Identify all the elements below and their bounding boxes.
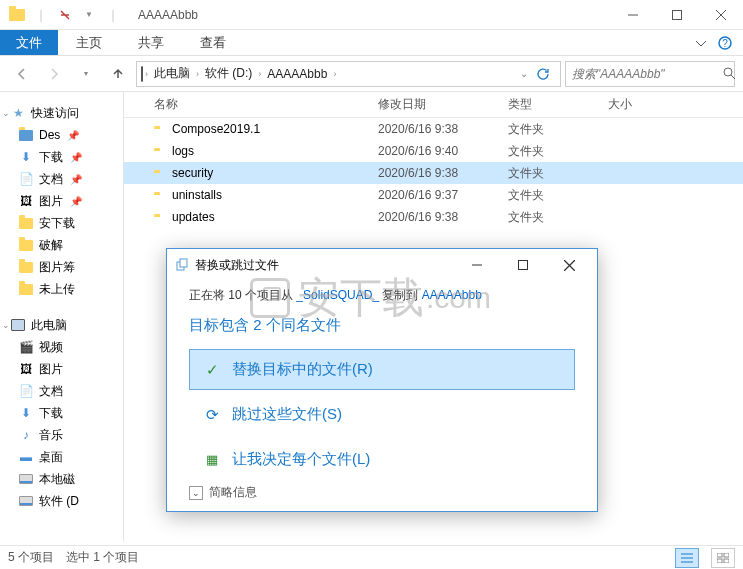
sidebar-item[interactable]: 破解 — [0, 234, 123, 256]
pc-icon — [10, 317, 26, 333]
tab-share[interactable]: 共享 — [120, 30, 182, 55]
dialog-minimize-button[interactable] — [457, 251, 497, 279]
sidebar-item[interactable]: ▬桌面 — [0, 446, 123, 468]
folder-icon — [18, 127, 34, 143]
file-tab[interactable]: 文件 — [0, 30, 58, 55]
close-button[interactable] — [699, 0, 743, 30]
breadcrumb-item[interactable]: AAAAAbbb — [263, 67, 331, 81]
svg-rect-7 — [724, 559, 729, 563]
forward-button[interactable] — [40, 60, 68, 88]
dialog-title: 替换或跳过文件 — [195, 257, 279, 274]
folder-icon — [18, 237, 34, 253]
pin-icon: 📌 — [70, 174, 82, 185]
column-type[interactable]: 类型 — [508, 96, 608, 113]
folder-icon — [18, 259, 34, 275]
title-bar: | ▼ | AAAAAbbb — [0, 0, 743, 30]
chevron-right-icon[interactable]: › — [258, 69, 261, 79]
column-date[interactable]: 修改日期 — [378, 96, 508, 113]
sidebar-this-pc[interactable]: ⌄ 此电脑 — [0, 314, 123, 336]
download-icon: ⬇ — [18, 405, 34, 421]
sidebar-item[interactable]: 未上传 — [0, 278, 123, 300]
drive-icon — [18, 471, 34, 487]
chevron-down-icon[interactable]: ⌄ — [2, 320, 10, 330]
pc-icon — [141, 67, 143, 81]
column-name[interactable]: 名称 — [154, 96, 378, 113]
file-row[interactable]: uninstalls2020/6/16 9:37文件夹 — [124, 184, 743, 206]
search-input[interactable] — [572, 67, 723, 81]
svg-rect-6 — [717, 559, 722, 563]
file-name: updates — [172, 210, 378, 224]
qat-dropdown-icon[interactable]: ▼ — [78, 4, 100, 26]
sidebar-item[interactable]: 软件 (D — [0, 490, 123, 512]
decide-option[interactable]: ▦ 让我决定每个文件(L) — [189, 439, 575, 480]
recent-dropdown-icon[interactable]: ▾ — [72, 60, 100, 88]
tab-view[interactable]: 查看 — [182, 30, 244, 55]
selected-count: 选中 1 个项目 — [66, 549, 139, 566]
file-date: 2020/6/16 9:40 — [378, 144, 508, 158]
dest-link[interactable]: AAAAAbbb — [422, 288, 482, 302]
music-icon: ♪ — [18, 427, 34, 443]
svg-rect-5 — [724, 553, 729, 557]
svg-point-3 — [724, 68, 732, 76]
search-box[interactable] — [565, 61, 735, 87]
chevron-right-icon[interactable]: › — [196, 69, 199, 79]
dialog-maximize-button[interactable] — [503, 251, 543, 279]
sidebar-item[interactable]: 安下载 — [0, 212, 123, 234]
folder-icon — [18, 281, 34, 297]
divider-icon: | — [30, 4, 52, 26]
sidebar-item-label: 此电脑 — [31, 317, 67, 334]
chevron-right-icon[interactable]: › — [145, 69, 148, 79]
icons-view-button[interactable] — [711, 548, 735, 568]
file-row[interactable]: Compose2019.12020/6/16 9:38文件夹 — [124, 118, 743, 140]
dialog-close-button[interactable] — [549, 251, 589, 279]
pin-icon: 📌 — [67, 130, 79, 141]
properties-icon[interactable] — [54, 4, 76, 26]
breadcrumb-item[interactable]: 软件 (D:) — [201, 65, 256, 82]
replace-option[interactable]: ✓ 替换目标中的文件(R) — [189, 349, 575, 390]
sidebar-item[interactable]: Des📌 — [0, 124, 123, 146]
check-icon: ✓ — [202, 361, 222, 379]
sidebar-item[interactable]: 本地磁 — [0, 468, 123, 490]
copy-progress-text: 正在将 10 个项目从 _SolidSQUAD_ 复制到 AAAAAbbb — [189, 287, 575, 304]
sidebar-item[interactable]: 📄文档📌 — [0, 168, 123, 190]
file-row[interactable]: logs2020/6/16 9:40文件夹 — [124, 140, 743, 162]
skip-option[interactable]: ⟳ 跳过这些文件(S) — [189, 394, 575, 435]
file-row[interactable]: security2020/6/16 9:38文件夹 — [124, 162, 743, 184]
folder-icon — [6, 4, 28, 26]
maximize-button[interactable] — [655, 0, 699, 30]
sidebar-item[interactable]: 🖼图片📌 — [0, 190, 123, 212]
sidebar-item[interactable]: 📄文档 — [0, 380, 123, 402]
help-icon[interactable]: ? — [713, 30, 737, 55]
file-type: 文件夹 — [508, 209, 608, 226]
chevron-right-icon[interactable]: › — [333, 69, 336, 79]
file-type: 文件夹 — [508, 143, 608, 160]
sidebar-quick-access[interactable]: ⌄ ★ 快速访问 — [0, 102, 123, 124]
expand-ribbon-icon[interactable] — [689, 30, 713, 55]
file-date: 2020/6/16 9:37 — [378, 188, 508, 202]
file-date: 2020/6/16 9:38 — [378, 166, 508, 180]
column-size[interactable]: 大小 — [608, 96, 698, 113]
breadcrumb[interactable]: › 此电脑 › 软件 (D:) › AAAAAbbb › ⌄ — [136, 61, 561, 87]
chevron-down-icon[interactable]: ⌄ — [2, 108, 10, 118]
file-row[interactable]: updates2020/6/16 9:38文件夹 — [124, 206, 743, 228]
sidebar-item[interactable]: 🎬视频 — [0, 336, 123, 358]
dialog-details-toggle[interactable]: ⌄ 简略信息 — [189, 484, 257, 501]
file-type: 文件夹 — [508, 187, 608, 204]
history-dropdown-icon[interactable]: ⌄ — [520, 68, 528, 79]
refresh-icon[interactable] — [530, 67, 556, 81]
sidebar-item[interactable]: ♪音乐 — [0, 424, 123, 446]
search-icon[interactable] — [723, 67, 736, 80]
sidebar-item[interactable]: 🖼图片 — [0, 358, 123, 380]
breadcrumb-item[interactable]: 此电脑 — [150, 65, 194, 82]
sidebar-item[interactable]: ⬇下载 — [0, 402, 123, 424]
file-date: 2020/6/16 9:38 — [378, 210, 508, 224]
details-view-button[interactable] — [675, 548, 699, 568]
sidebar-item[interactable]: 图片筹 — [0, 256, 123, 278]
up-button[interactable] — [104, 60, 132, 88]
source-link[interactable]: _SolidSQUAD_ — [296, 288, 379, 302]
minimize-button[interactable] — [611, 0, 655, 30]
tab-home[interactable]: 主页 — [58, 30, 120, 55]
back-button[interactable] — [8, 60, 36, 88]
sidebar-item[interactable]: ⬇下载📌 — [0, 146, 123, 168]
skip-icon: ⟳ — [202, 406, 222, 424]
